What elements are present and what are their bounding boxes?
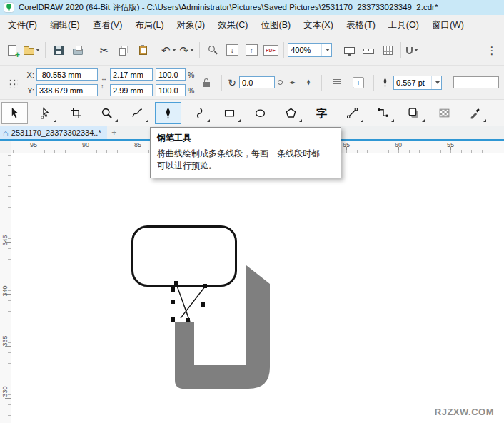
path-node[interactable] bbox=[171, 287, 175, 292]
zoom-level-input[interactable] bbox=[288, 46, 321, 54]
ellipse-tool-icon bbox=[254, 107, 266, 119]
x-position-label: X: bbox=[25, 71, 34, 79]
lock-ratio-button[interactable] bbox=[197, 73, 216, 92]
import-button[interactable]: ↓ bbox=[223, 41, 241, 59]
pen-path-nodes[interactable] bbox=[171, 281, 207, 322]
object-height-input[interactable] bbox=[110, 84, 153, 96]
save-icon bbox=[54, 46, 64, 55]
bezier-tool[interactable] bbox=[186, 102, 212, 124]
publish-pdf-button[interactable]: PDF bbox=[261, 41, 280, 59]
toolbar-separator bbox=[199, 42, 200, 58]
path-node[interactable] bbox=[171, 317, 175, 322]
new-document-button[interactable]: + bbox=[3, 41, 21, 59]
tooltip-title: 钢笔工具 bbox=[157, 132, 334, 144]
width-arrow-icon: ↔ bbox=[101, 76, 107, 82]
snap-options-button[interactable] bbox=[405, 41, 420, 59]
open-button[interactable] bbox=[22, 41, 41, 59]
freehand-tool[interactable] bbox=[124, 102, 151, 124]
toolbox: 字 bbox=[0, 99, 504, 126]
scale-y-input[interactable] bbox=[156, 84, 186, 96]
mirror-horizontal-button[interactable]: ◂▸ bbox=[286, 76, 299, 89]
home-icon[interactable]: ⌂ bbox=[3, 128, 9, 138]
eyedropper-tool[interactable] bbox=[462, 102, 488, 124]
undo-button[interactable]: ↶ bbox=[160, 41, 178, 59]
cut-button[interactable]: ✂ bbox=[95, 41, 114, 59]
pen-tool[interactable] bbox=[155, 102, 181, 124]
object-width-input[interactable] bbox=[110, 68, 153, 81]
ellipse-tool[interactable] bbox=[247, 102, 273, 124]
rectangle-tool-icon bbox=[223, 107, 236, 119]
rectangle-tool[interactable] bbox=[216, 102, 243, 124]
outline-color-swatch[interactable] bbox=[453, 76, 499, 88]
shape-tool[interactable] bbox=[32, 102, 59, 124]
pdf-icon: PDF bbox=[263, 45, 278, 56]
toolbar-overflow-button[interactable]: ⋮ bbox=[483, 41, 501, 59]
export-button[interactable]: ↑ bbox=[242, 41, 261, 59]
show-grid-button[interactable] bbox=[378, 41, 397, 59]
menu-item-edit[interactable]: 编辑(E) bbox=[44, 15, 86, 35]
search-content-button[interactable] bbox=[203, 41, 222, 59]
crop-tool-icon bbox=[70, 107, 82, 119]
ruler-label: 340 bbox=[1, 282, 9, 300]
ruler-label: 345 bbox=[1, 232, 9, 249]
redo-button[interactable]: ↷ bbox=[178, 41, 196, 59]
menu-item-window[interactable]: 窗口(W) bbox=[425, 15, 470, 35]
x-position-input[interactable] bbox=[36, 68, 98, 81]
full-screen-preview-button[interactable] bbox=[340, 41, 358, 59]
paste-button[interactable] bbox=[133, 41, 152, 59]
outline-width-combo bbox=[393, 76, 442, 90]
new-tab-button[interactable]: + bbox=[107, 126, 121, 139]
outline-width-dropdown-button[interactable] bbox=[431, 76, 441, 89]
path-node[interactable] bbox=[174, 281, 178, 285]
quick-customize-button[interactable]: + bbox=[349, 73, 368, 92]
path-node[interactable] bbox=[186, 318, 190, 322]
pick-tool[interactable] bbox=[1, 102, 28, 124]
grid-icon bbox=[383, 46, 393, 55]
menu-item-object[interactable]: 对象(J) bbox=[171, 15, 212, 35]
crop-tool[interactable] bbox=[63, 102, 89, 124]
polygon-tool-icon bbox=[285, 107, 297, 119]
redo-dropdown-caret bbox=[190, 49, 194, 51]
print-button[interactable] bbox=[69, 41, 87, 59]
connector-tool[interactable] bbox=[370, 102, 396, 124]
outline-width-caret bbox=[435, 81, 440, 84]
object-origin-button[interactable] bbox=[4, 73, 22, 92]
show-rulers-button[interactable] bbox=[359, 41, 378, 59]
menu-item-file[interactable]: 文件(F) bbox=[1, 15, 44, 35]
vertical-ruler[interactable]: 345 340 335 330 bbox=[0, 153, 11, 423]
line-tool[interactable] bbox=[339, 102, 366, 124]
outline-width-input[interactable] bbox=[394, 78, 431, 87]
path-node[interactable] bbox=[203, 284, 207, 288]
wrap-text-button[interactable] bbox=[328, 73, 346, 92]
save-button[interactable] bbox=[49, 41, 68, 59]
scale-x-input[interactable] bbox=[156, 68, 186, 81]
ruler-label: 330 bbox=[1, 383, 9, 400]
cut-icon: ✂ bbox=[100, 45, 109, 56]
copy-button[interactable] bbox=[114, 41, 133, 59]
menu-item-bitmaps[interactable]: 位图(B) bbox=[255, 15, 298, 35]
transparency-tool[interactable] bbox=[431, 102, 458, 124]
menu-item-tools[interactable]: 工具(O) bbox=[382, 15, 425, 35]
menu-item-view[interactable]: 查看(V) bbox=[86, 15, 129, 35]
standard-toolbar: + ✂ ↶ ↷ ↓ ↑ PDF bbox=[0, 35, 504, 65]
drawing-canvas[interactable]: RJZXW.COM bbox=[11, 153, 504, 423]
zoom-tool[interactable] bbox=[94, 102, 120, 124]
rotation-angle-input[interactable] bbox=[239, 76, 275, 88]
propbar-separator bbox=[321, 75, 322, 91]
rounded-rectangle-object[interactable] bbox=[133, 227, 236, 286]
mirror-horizontal-icon: ◂▸ bbox=[290, 79, 296, 86]
path-node[interactable] bbox=[171, 300, 175, 304]
menu-item-effects[interactable]: 效果(C) bbox=[211, 15, 254, 35]
zoom-dropdown-button[interactable] bbox=[321, 44, 331, 56]
text-tool[interactable]: 字 bbox=[308, 102, 335, 124]
active-document-tab[interactable]: ⌂ 2531170_23373302334..* bbox=[0, 126, 107, 139]
shape-tool-icon bbox=[39, 107, 51, 119]
mirror-vertical-button[interactable]: ◂▸ bbox=[302, 76, 316, 89]
polygon-tool[interactable] bbox=[278, 102, 304, 124]
menu-item-table[interactable]: 表格(T) bbox=[340, 15, 382, 35]
menu-item-layout[interactable]: 布局(L) bbox=[128, 15, 170, 35]
drop-shadow-tool[interactable] bbox=[400, 102, 427, 124]
y-position-input[interactable] bbox=[36, 84, 98, 96]
path-node[interactable] bbox=[201, 302, 205, 307]
menu-item-text[interactable]: 文本(X) bbox=[297, 15, 340, 35]
